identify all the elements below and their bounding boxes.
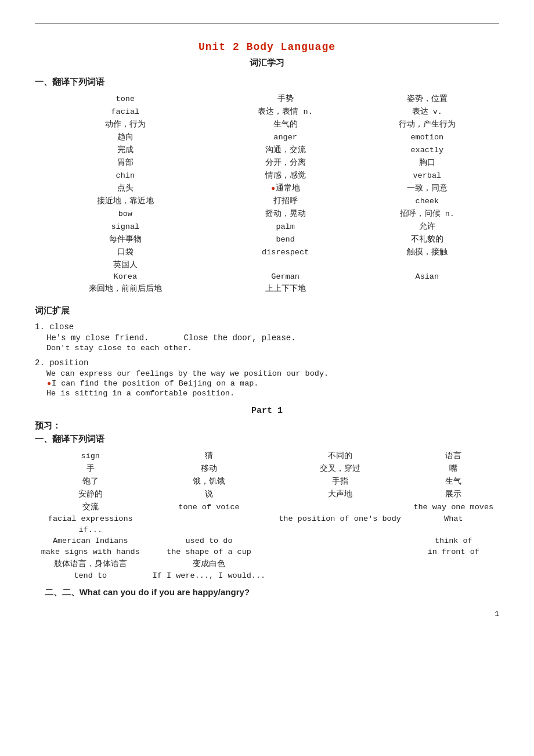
vocab-cell: facial expressions bbox=[35, 513, 146, 524]
vocab-cell bbox=[272, 570, 408, 581]
vocab-cell: 交流 bbox=[35, 501, 146, 513]
example-line: He's my close friend.Close the door, ple… bbox=[46, 333, 499, 343]
vocab-cell: 猜 bbox=[146, 449, 272, 462]
vocab-cell bbox=[272, 524, 408, 535]
vocab-cell: chin bbox=[35, 169, 216, 182]
vocab-cell: the way one moves bbox=[408, 501, 499, 513]
vocab-cell: used to do bbox=[146, 535, 272, 546]
section1-header: 一、翻译下列词语 bbox=[35, 77, 499, 88]
vocab-cell bbox=[408, 557, 499, 570]
vocab-cell: anger bbox=[216, 131, 355, 143]
expansion-item: 2. positionWe can express our feelings b… bbox=[35, 358, 499, 398]
vocab-cell: bend bbox=[216, 233, 355, 246]
vocab-table-1: tone手势姿势，位置facial表达，表情 n.表达 v.动作，行为生气的行动… bbox=[35, 92, 499, 295]
vocab-cell bbox=[272, 535, 408, 546]
vocab-cell: 通常地 bbox=[216, 182, 355, 195]
vocab-cell: 饱了 bbox=[35, 475, 146, 488]
vocab-cell: 触摸，接触 bbox=[355, 246, 499, 258]
vocab-cell: If I were..., I would... bbox=[146, 570, 272, 581]
section2-header: 词汇扩展 bbox=[35, 305, 499, 316]
vocab-cell: tone of voice bbox=[146, 501, 272, 513]
preview-section2-label: 二、二、What can you do if you are happy/ang… bbox=[35, 587, 250, 597]
expansion-item: 1. closeHe's my close friend.Close the d… bbox=[35, 322, 499, 352]
vocab-cell: 情感，感觉 bbox=[216, 169, 355, 182]
vocab-cell: 语言 bbox=[408, 449, 499, 462]
vocab-cell: 打招呼 bbox=[216, 195, 355, 207]
vocab-cell: disrespect bbox=[216, 246, 355, 258]
expansion-item-label: 2. position bbox=[35, 358, 499, 368]
page-title: Unit 2 Body Language bbox=[35, 41, 499, 53]
vocab-cell: the shape of a cup bbox=[146, 546, 272, 557]
vocab-cell: German bbox=[216, 271, 355, 282]
expansion-section: 1. closeHe's my close friend.Close the d… bbox=[35, 322, 499, 398]
top-divider bbox=[35, 23, 499, 24]
vocab-cell: 展示 bbox=[408, 488, 499, 501]
vocab-cell: 点头 bbox=[35, 182, 216, 195]
vocab-cell: palm bbox=[216, 220, 355, 233]
vocab-cell: 口袋 bbox=[35, 246, 216, 258]
vocab-cell: 肢体语言，身体语言 bbox=[35, 557, 146, 570]
vocab-cell: emotion bbox=[355, 131, 499, 143]
vocab-cell: make signs with hands bbox=[35, 546, 146, 557]
vocab-cell bbox=[216, 258, 355, 271]
vocab-cell bbox=[272, 546, 408, 557]
vocab-cell: the position of one's body bbox=[272, 513, 408, 524]
vocab-cell: 行动，产生行为 bbox=[355, 118, 499, 131]
vocab-cell bbox=[355, 258, 499, 271]
vocab-cell: think of bbox=[408, 535, 499, 546]
vocab-cell: 生气的 bbox=[216, 118, 355, 131]
example-line: We can express our feelings by the way w… bbox=[46, 369, 499, 378]
vocab-cell: exactly bbox=[355, 143, 499, 156]
vocab-cell: Asian bbox=[355, 271, 499, 282]
vocab-cell: American Indians bbox=[35, 535, 146, 546]
vocab-cell: tend to bbox=[35, 570, 146, 581]
vocab-cell: tone bbox=[35, 92, 216, 105]
vocab-cell: 招呼，问候 n. bbox=[355, 207, 499, 220]
vocab-cell: 胃部 bbox=[35, 156, 216, 169]
vocab-cell: 手 bbox=[35, 462, 146, 475]
vocab-cell: 胸口 bbox=[355, 156, 499, 169]
vocab-cell bbox=[146, 524, 272, 535]
example-line: Don't stay close to each other. bbox=[46, 344, 499, 352]
vocab-cell: 一致，同意 bbox=[355, 182, 499, 195]
vocab-cell: 说 bbox=[146, 488, 272, 501]
page-number: 1 bbox=[35, 610, 499, 618]
vocab-cell: 完成 bbox=[35, 143, 216, 156]
vocab-cell: in front of bbox=[408, 546, 499, 557]
vocab-table-2: sign猜不同的语言手移动交叉，穿过嘴饱了饿，饥饿手指生气安静的说大声地展示交流… bbox=[35, 449, 499, 581]
example-line: I can find the position of Beijing on a … bbox=[46, 379, 499, 388]
example-line: He is sitting in a comfortable position. bbox=[46, 389, 499, 398]
vocab-cell: 表达 v. bbox=[355, 105, 499, 118]
vocab-cell bbox=[146, 513, 272, 524]
vocab-cell: 手势 bbox=[216, 92, 355, 105]
vocab-cell bbox=[355, 282, 499, 295]
vocab-cell: facial bbox=[35, 105, 216, 118]
preview-label: 预习： bbox=[35, 420, 499, 431]
vocab-cell bbox=[272, 501, 408, 513]
vocab-cell: 不同的 bbox=[272, 449, 408, 462]
expansion-item-label: 1. close bbox=[35, 322, 499, 332]
vocab-cell: 生气 bbox=[408, 475, 499, 488]
vocab-cell: verbal bbox=[355, 169, 499, 182]
vocab-cell: 分开，分离 bbox=[216, 156, 355, 169]
vocab-cell: 每件事物 bbox=[35, 233, 216, 246]
vocab-cell: 来回地，前前后后地 bbox=[35, 282, 216, 295]
vocab-cell: 交叉，穿过 bbox=[272, 462, 408, 475]
preview-section1-header: 一、翻译下列词语 bbox=[35, 434, 499, 445]
part-title: Part 1 bbox=[35, 406, 499, 416]
vocab-cell: signal bbox=[35, 220, 216, 233]
vocab-cell: 手指 bbox=[272, 475, 408, 488]
vocab-cell: 沟通，交流 bbox=[216, 143, 355, 156]
preview-section2: 二、二、What can you do if you are happy/ang… bbox=[35, 587, 499, 598]
vocab-cell: Korea bbox=[35, 271, 216, 282]
vocab-cell: cheek bbox=[355, 195, 499, 207]
vocab-cell: if... bbox=[35, 524, 146, 535]
vocab-cell: 不礼貌的 bbox=[355, 233, 499, 246]
vocab-cell: 表达，表情 n. bbox=[216, 105, 355, 118]
vocab-cell bbox=[408, 524, 499, 535]
vocab-cell: What bbox=[408, 513, 499, 524]
vocab-cell: 大声地 bbox=[272, 488, 408, 501]
vocab-cell: 上上下下地 bbox=[216, 282, 355, 295]
vocab-cell: 动作，行为 bbox=[35, 118, 216, 131]
vocab-cell: 姿势，位置 bbox=[355, 92, 499, 105]
